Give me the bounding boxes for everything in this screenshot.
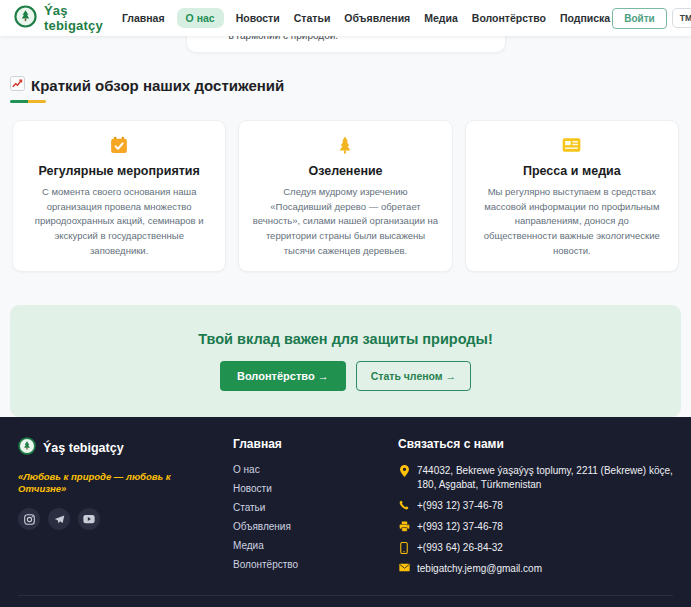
nav-item-home[interactable]: Главная: [120, 8, 167, 28]
phone-icon: [398, 499, 410, 510]
footer-link-announcements[interactable]: Объявления: [233, 521, 398, 532]
contact-text: +(993 12) 37-46-78: [417, 520, 503, 534]
contact-text: +(993 64) 26-84-32: [417, 541, 503, 555]
contact-address: 744032, Bekrewe ýaşaýyş toplumy, 2211 (B…: [398, 464, 673, 492]
card-text: С момента своего основания наша организа…: [26, 185, 212, 259]
footer-nav-column: Главная О нас Новости Статьи Объявления …: [233, 437, 398, 583]
contact-email: tebigatchy.jemg@gmail.com: [398, 562, 673, 576]
copyright: © 2026 Ýaş tebigatçy. Все права защищены…: [18, 595, 673, 607]
lang-button-tm[interactable]: TM: [672, 8, 691, 28]
cta-banner: Твой вклад важен для защиты природы! Вол…: [10, 305, 681, 417]
main-nav: Главная О нас Новости Статьи Объявления …: [120, 8, 612, 28]
achievements-section-head: Краткий обзор наших достижений: [10, 76, 681, 103]
card-press-media: Пресса и медиа Мы регулярно выступаем в …: [465, 120, 679, 272]
footer-nav-title: Главная: [233, 437, 398, 451]
contact-text: +(993 12) 37-46-78: [417, 499, 503, 513]
footer-quote: «Любовь к природе — любовь к Отчизне»: [18, 471, 233, 496]
footer-link-news[interactable]: Новости: [233, 483, 398, 494]
email-icon: [398, 562, 410, 572]
section-title: Краткий обзор наших достижений: [31, 77, 284, 94]
footer-link-volunteering[interactable]: Волонтёрство: [233, 559, 398, 570]
contact-fax: +(993 12) 37-46-78: [398, 520, 673, 534]
brand-name: Ýaş tebigatçy: [44, 3, 103, 33]
nav-item-volunteering[interactable]: Волонтёрство: [470, 8, 548, 28]
instagram-icon[interactable]: [18, 508, 40, 530]
nav-item-subscription[interactable]: Подписка: [558, 8, 612, 28]
section-underline: [10, 100, 46, 103]
nav-item-media[interactable]: Медиа: [422, 8, 460, 28]
top-navbar: Ýaş tebigatçy Главная О нас Новости Стат…: [0, 0, 691, 36]
youtube-icon[interactable]: [78, 508, 100, 530]
footer-brand-logo[interactable]: Ýaş tebigatçy: [18, 437, 233, 459]
footer-social-links: [18, 508, 233, 530]
chart-increasing-icon: [10, 76, 25, 95]
tree-icon: [252, 135, 438, 155]
tree-emblem-icon: [18, 437, 36, 459]
card-title: Регулярные мероприятия: [26, 164, 212, 178]
contact-text: 744032, Bekrewe ýaşaýyş toplumy, 2211 (B…: [417, 464, 673, 492]
brand-logo[interactable]: Ýaş tebigatçy: [14, 3, 103, 33]
nav-item-announcements[interactable]: Объявления: [342, 8, 412, 28]
achievement-cards: Регулярные мероприятия С момента своего …: [12, 120, 679, 272]
card-title: Пресса и медиа: [479, 164, 665, 178]
telegram-icon[interactable]: [48, 508, 70, 530]
contact-mobile: +(993 64) 26-84-32: [398, 541, 673, 555]
card-regular-events: Регулярные мероприятия С момента своего …: [12, 120, 226, 272]
nav-item-articles[interactable]: Статьи: [292, 8, 333, 28]
footer-brand-column: Ýaş tebigatçy «Любовь к природе — любовь…: [18, 437, 233, 583]
nav-item-news[interactable]: Новости: [234, 8, 282, 28]
become-member-button[interactable]: Стать членом →: [356, 361, 471, 391]
fax-icon: [398, 520, 410, 532]
volunteering-button[interactable]: Волонтёрство →: [220, 361, 346, 391]
location-pin-icon: [398, 464, 410, 477]
card-text: Следуя мудрому изречению «Посадивший дер…: [252, 185, 438, 259]
footer-brand-name: Ýaş tebigatçy: [43, 441, 124, 455]
newspaper-icon: [479, 135, 665, 155]
footer-link-about[interactable]: О нас: [233, 464, 398, 475]
card-greening: Озеленение Следуя мудрому изречению «Пос…: [238, 120, 452, 272]
page: Ýaş tebigatçy Главная О нас Новости Стат…: [0, 0, 691, 607]
tree-emblem-icon: [14, 5, 37, 32]
footer-link-articles[interactable]: Статьи: [233, 502, 398, 513]
footer: Ýaş tebigatçy «Любовь к природе — любовь…: [0, 417, 691, 607]
card-text: Мы регулярно выступаем в средствах массо…: [479, 185, 665, 259]
nav-item-about[interactable]: О нас: [177, 8, 224, 28]
login-button[interactable]: Войти: [612, 8, 667, 29]
contact-phone: +(993 12) 37-46-78: [398, 499, 673, 513]
header-controls: Войти TM RU EN: [612, 8, 691, 29]
mobile-icon: [398, 541, 410, 554]
card-title: Озеленение: [252, 164, 438, 178]
contact-email-text[interactable]: tebigatchy.jemg@gmail.com: [417, 562, 542, 576]
cta-title: Твой вклад важен для защиты природы!: [30, 331, 661, 347]
calendar-check-icon: [26, 135, 212, 155]
footer-link-media[interactable]: Медиа: [233, 540, 398, 551]
footer-contact-column: Связаться с нами 744032, Bekrewe ýaşaýyş…: [398, 437, 673, 583]
main-content: в гармонии с природой. Краткий обзор наш…: [0, 36, 691, 417]
footer-contact-title: Связаться с нами: [398, 437, 673, 451]
